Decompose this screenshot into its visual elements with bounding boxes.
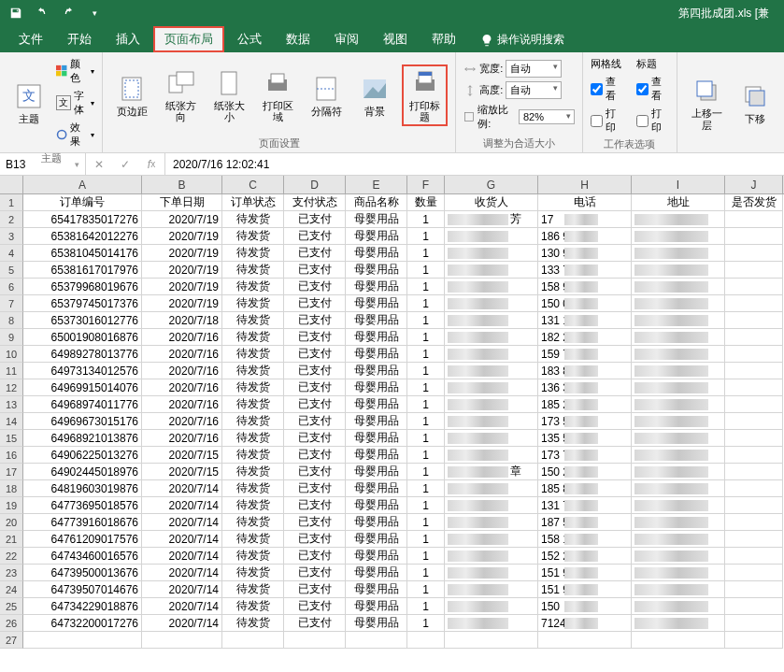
- cell[interactable]: 1: [407, 565, 445, 581]
- effects-button[interactable]: 效果▾: [56, 120, 94, 150]
- cell[interactable]: 2020/7/16: [142, 346, 222, 363]
- cell[interactable]: [445, 228, 538, 245]
- send-backward-button[interactable]: 下移: [734, 79, 777, 126]
- cell[interactable]: 母婴用品: [346, 497, 407, 514]
- cell[interactable]: 1: [407, 329, 445, 346]
- cell[interactable]: 待发货: [222, 464, 284, 480]
- cell[interactable]: 待发货: [222, 581, 284, 598]
- size-button[interactable]: 纸张大小: [207, 66, 250, 124]
- tab-view[interactable]: 视图: [372, 26, 419, 52]
- cell[interactable]: 待发货: [222, 548, 284, 565]
- cell[interactable]: 已支付: [284, 346, 346, 363]
- cell[interactable]: [346, 632, 407, 649]
- cell[interactable]: [445, 245, 538, 262]
- cell[interactable]: [632, 565, 725, 581]
- cell[interactable]: 187 598: [538, 514, 632, 531]
- cell[interactable]: 已支付: [284, 615, 346, 632]
- tab-page-layout[interactable]: 页面布局: [153, 26, 224, 52]
- cell[interactable]: [725, 262, 783, 279]
- gridlines-view-checkbox[interactable]: [591, 83, 603, 95]
- cell[interactable]: 母婴用品: [346, 598, 407, 615]
- row-header[interactable]: 27: [0, 632, 23, 649]
- cell[interactable]: 2020/7/16: [142, 379, 222, 396]
- cell[interactable]: 64906225013276: [23, 447, 142, 464]
- cell[interactable]: 151 905: [538, 565, 632, 581]
- headings-print-checkbox[interactable]: [636, 115, 649, 127]
- enter-icon[interactable]: ✓: [112, 158, 138, 171]
- cell[interactable]: 136 320: [538, 379, 632, 396]
- cell[interactable]: 1: [407, 396, 445, 413]
- cell[interactable]: 待发货: [222, 329, 284, 346]
- row-header[interactable]: 17: [0, 464, 23, 480]
- cell[interactable]: 1: [407, 245, 445, 262]
- cell[interactable]: 152 260: [538, 548, 632, 565]
- cell[interactable]: 已支付: [284, 396, 346, 413]
- cell[interactable]: 已支付: [284, 464, 346, 480]
- header-cell[interactable]: 地址: [632, 194, 725, 211]
- bring-forward-button[interactable]: 上移一层: [685, 74, 728, 132]
- cell[interactable]: [632, 464, 725, 480]
- cell[interactable]: [445, 514, 538, 531]
- cells-area[interactable]: 订单编号下单日期订单状态支付状态商品名称数量收货人电话地址是否发货6541783…: [23, 194, 784, 649]
- cell[interactable]: [538, 632, 632, 649]
- cell[interactable]: 2020/7/18: [142, 312, 222, 329]
- cell[interactable]: 1: [407, 615, 445, 632]
- cell[interactable]: 母婴用品: [346, 295, 407, 312]
- cell[interactable]: 已支付: [284, 379, 346, 396]
- cell[interactable]: [725, 497, 783, 514]
- cell[interactable]: [725, 548, 783, 565]
- cell[interactable]: 2020/7/15: [142, 464, 222, 480]
- cell[interactable]: 2020/7/19: [142, 279, 222, 295]
- col-header[interactable]: J: [725, 176, 783, 193]
- cell[interactable]: 母婴用品: [346, 262, 407, 279]
- orientation-button[interactable]: 纸张方向: [159, 66, 202, 124]
- header-cell[interactable]: 电话: [538, 194, 632, 211]
- cell[interactable]: 2020/7/14: [142, 581, 222, 598]
- cell[interactable]: 2020/7/19: [142, 245, 222, 262]
- cell[interactable]: 159 782: [538, 346, 632, 363]
- cell[interactable]: 已支付: [284, 211, 346, 228]
- cell[interactable]: 150 042: [538, 295, 632, 312]
- cell[interactable]: 131 728: [538, 497, 632, 514]
- cell[interactable]: [632, 396, 725, 413]
- cell[interactable]: [445, 598, 538, 615]
- cell[interactable]: 待发货: [222, 565, 284, 581]
- cell[interactable]: 1: [407, 581, 445, 598]
- cell[interactable]: 2020/7/14: [142, 514, 222, 531]
- cell[interactable]: 1: [407, 598, 445, 615]
- cell[interactable]: 65379968019676: [23, 279, 142, 295]
- cell[interactable]: 待发货: [222, 279, 284, 295]
- cell[interactable]: [445, 497, 538, 514]
- cell[interactable]: 65381642012276: [23, 228, 142, 245]
- header-cell[interactable]: 数量: [407, 194, 445, 211]
- cell[interactable]: [725, 228, 783, 245]
- cell[interactable]: 65381617017976: [23, 262, 142, 279]
- cell[interactable]: [632, 413, 725, 430]
- col-header[interactable]: A: [23, 176, 142, 193]
- cell[interactable]: [725, 480, 783, 497]
- cell[interactable]: [725, 279, 783, 295]
- cell[interactable]: 1: [407, 279, 445, 295]
- fx-icon[interactable]: fx: [138, 158, 164, 171]
- cell[interactable]: 母婴用品: [346, 363, 407, 379]
- cell[interactable]: 已支付: [284, 514, 346, 531]
- cell[interactable]: [725, 565, 783, 581]
- cell[interactable]: [445, 329, 538, 346]
- cell[interactable]: 已支付: [284, 363, 346, 379]
- cell[interactable]: [445, 430, 538, 447]
- cell[interactable]: 2020/7/14: [142, 565, 222, 581]
- cell[interactable]: 2020/7/19: [142, 262, 222, 279]
- cell[interactable]: 待发货: [222, 531, 284, 548]
- cell[interactable]: 母婴用品: [346, 228, 407, 245]
- row-header[interactable]: 21: [0, 531, 23, 548]
- cell[interactable]: 母婴用品: [346, 581, 407, 598]
- cell[interactable]: [284, 632, 346, 649]
- cell[interactable]: 2020/7/19: [142, 211, 222, 228]
- row-header[interactable]: 19: [0, 497, 23, 514]
- cell[interactable]: [632, 548, 725, 565]
- cell[interactable]: [632, 480, 725, 497]
- cell[interactable]: 130 965: [538, 245, 632, 262]
- cell[interactable]: [632, 430, 725, 447]
- cell[interactable]: 母婴用品: [346, 396, 407, 413]
- cell[interactable]: [725, 312, 783, 329]
